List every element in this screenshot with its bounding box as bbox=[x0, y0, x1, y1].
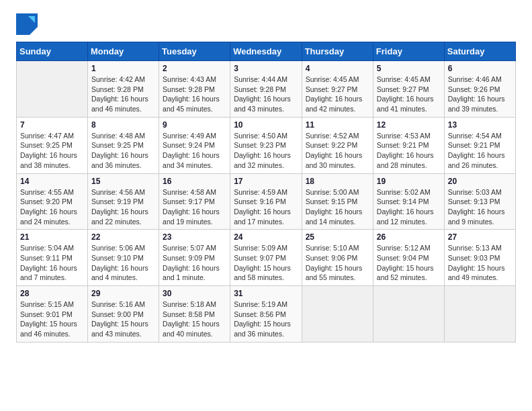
day-info: Sunrise: 4:52 AMSunset: 9:22 PMDaylight:… bbox=[306, 131, 369, 171]
calendar-cell: 17Sunrise: 4:59 AMSunset: 9:16 PMDayligh… bbox=[230, 173, 302, 230]
calendar-cell: 5Sunrise: 4:45 AMSunset: 9:27 PMDaylight… bbox=[373, 61, 444, 118]
day-number: 18 bbox=[306, 177, 369, 186]
calendar-cell: 24Sunrise: 5:09 AMSunset: 9:07 PMDayligh… bbox=[230, 230, 302, 286]
calendar-cell: 20Sunrise: 5:03 AMSunset: 9:13 PMDayligh… bbox=[444, 173, 515, 230]
calendar-cell: 16Sunrise: 4:58 AMSunset: 9:17 PMDayligh… bbox=[159, 173, 230, 230]
day-number: 12 bbox=[377, 120, 441, 130]
weekday-header-wednesday: Wednesday bbox=[230, 42, 302, 61]
day-info: Sunrise: 4:53 AMSunset: 9:21 PMDaylight:… bbox=[377, 131, 441, 171]
calendar-cell: 26Sunrise: 5:12 AMSunset: 9:04 PMDayligh… bbox=[373, 230, 444, 286]
calendar-week-4: 21Sunrise: 5:04 AMSunset: 9:11 PMDayligh… bbox=[17, 230, 516, 286]
day-number: 17 bbox=[234, 177, 298, 186]
calendar-cell: 3Sunrise: 4:44 AMSunset: 9:28 PMDaylight… bbox=[230, 61, 302, 118]
calendar-week-1: 1Sunrise: 4:42 AMSunset: 9:28 PMDaylight… bbox=[17, 61, 516, 118]
calendar-cell: 10Sunrise: 4:50 AMSunset: 9:23 PMDayligh… bbox=[230, 117, 302, 173]
day-info: Sunrise: 5:13 AMSunset: 9:03 PMDaylight:… bbox=[448, 243, 512, 283]
day-number: 9 bbox=[163, 120, 226, 130]
day-info: Sunrise: 4:59 AMSunset: 9:16 PMDaylight:… bbox=[234, 187, 298, 227]
calendar-week-5: 28Sunrise: 5:15 AMSunset: 9:01 PMDayligh… bbox=[17, 286, 516, 342]
day-info: Sunrise: 4:45 AMSunset: 9:27 PMDaylight:… bbox=[377, 75, 441, 114]
weekday-header-saturday: Saturday bbox=[444, 42, 515, 61]
calendar-table: SundayMondayTuesdayWednesdayThursdayFrid… bbox=[16, 42, 516, 342]
calendar-cell: 18Sunrise: 5:00 AMSunset: 9:15 PMDayligh… bbox=[302, 173, 373, 230]
day-number: 7 bbox=[20, 120, 84, 130]
calendar-cell: 8Sunrise: 4:48 AMSunset: 9:25 PMDaylight… bbox=[88, 117, 159, 173]
calendar-cell: 14Sunrise: 4:55 AMSunset: 9:20 PMDayligh… bbox=[17, 173, 88, 230]
day-info: Sunrise: 4:44 AMSunset: 9:28 PMDaylight:… bbox=[234, 75, 298, 114]
calendar-cell: 28Sunrise: 5:15 AMSunset: 9:01 PMDayligh… bbox=[17, 286, 88, 342]
calendar-cell: 29Sunrise: 5:16 AMSunset: 9:00 PMDayligh… bbox=[88, 286, 159, 342]
day-info: Sunrise: 4:48 AMSunset: 9:25 PMDaylight:… bbox=[91, 131, 155, 171]
day-number: 24 bbox=[234, 232, 298, 242]
calendar-cell: 9Sunrise: 4:49 AMSunset: 9:24 PMDaylight… bbox=[159, 117, 230, 173]
day-number: 26 bbox=[377, 232, 441, 242]
weekday-header-monday: Monday bbox=[88, 42, 159, 61]
day-number: 21 bbox=[20, 232, 84, 242]
day-number: 25 bbox=[306, 232, 369, 242]
calendar-cell: 4Sunrise: 4:45 AMSunset: 9:27 PMDaylight… bbox=[302, 61, 373, 118]
calendar-cell: 7Sunrise: 4:47 AMSunset: 9:25 PMDaylight… bbox=[17, 117, 88, 173]
day-number: 31 bbox=[234, 289, 298, 298]
day-number: 16 bbox=[163, 177, 226, 186]
day-info: Sunrise: 4:46 AMSunset: 9:26 PMDaylight:… bbox=[448, 75, 512, 114]
day-number: 27 bbox=[448, 232, 512, 242]
calendar-cell bbox=[444, 286, 515, 342]
day-info: Sunrise: 5:06 AMSunset: 9:10 PMDaylight:… bbox=[91, 243, 155, 283]
day-info: Sunrise: 5:15 AMSunset: 9:01 PMDaylight:… bbox=[20, 300, 84, 339]
day-number: 1 bbox=[91, 64, 155, 73]
calendar-cell: 11Sunrise: 4:52 AMSunset: 9:22 PMDayligh… bbox=[302, 117, 373, 173]
day-info: Sunrise: 4:56 AMSunset: 9:19 PMDaylight:… bbox=[91, 187, 155, 227]
day-number: 23 bbox=[163, 232, 226, 242]
calendar-cell: 2Sunrise: 4:43 AMSunset: 9:28 PMDaylight… bbox=[159, 61, 230, 118]
day-info: Sunrise: 4:55 AMSunset: 9:20 PMDaylight:… bbox=[20, 187, 84, 227]
weekday-header-friday: Friday bbox=[373, 42, 444, 61]
day-info: Sunrise: 5:09 AMSunset: 9:07 PMDaylight:… bbox=[234, 243, 298, 283]
calendar-header-row: SundayMondayTuesdayWednesdayThursdayFrid… bbox=[17, 42, 516, 61]
day-info: Sunrise: 5:16 AMSunset: 9:00 PMDaylight:… bbox=[91, 300, 155, 339]
calendar-week-3: 14Sunrise: 4:55 AMSunset: 9:20 PMDayligh… bbox=[17, 173, 516, 230]
day-number: 8 bbox=[91, 120, 155, 130]
page-header bbox=[16, 13, 516, 35]
day-info: Sunrise: 5:18 AMSunset: 8:58 PMDaylight:… bbox=[163, 300, 226, 339]
calendar-cell: 6Sunrise: 4:46 AMSunset: 9:26 PMDaylight… bbox=[444, 61, 515, 118]
calendar-cell bbox=[302, 286, 373, 342]
day-number: 20 bbox=[448, 177, 512, 186]
calendar-cell: 27Sunrise: 5:13 AMSunset: 9:03 PMDayligh… bbox=[444, 230, 515, 286]
calendar-cell: 12Sunrise: 4:53 AMSunset: 9:21 PMDayligh… bbox=[373, 117, 444, 173]
day-info: Sunrise: 4:47 AMSunset: 9:25 PMDaylight:… bbox=[20, 131, 84, 171]
day-info: Sunrise: 5:12 AMSunset: 9:04 PMDaylight:… bbox=[377, 243, 441, 283]
calendar-week-2: 7Sunrise: 4:47 AMSunset: 9:25 PMDaylight… bbox=[17, 117, 516, 173]
calendar-cell: 19Sunrise: 5:02 AMSunset: 9:14 PMDayligh… bbox=[373, 173, 444, 230]
calendar-cell bbox=[373, 286, 444, 342]
day-number: 29 bbox=[91, 289, 155, 298]
logo bbox=[16, 13, 40, 35]
day-info: Sunrise: 5:03 AMSunset: 9:13 PMDaylight:… bbox=[448, 187, 512, 227]
day-number: 11 bbox=[306, 120, 369, 130]
day-info: Sunrise: 4:42 AMSunset: 9:28 PMDaylight:… bbox=[91, 75, 155, 114]
calendar-cell: 25Sunrise: 5:10 AMSunset: 9:06 PMDayligh… bbox=[302, 230, 373, 286]
day-number: 30 bbox=[163, 289, 226, 298]
day-number: 4 bbox=[306, 64, 369, 73]
day-number: 13 bbox=[448, 120, 512, 130]
day-number: 22 bbox=[91, 232, 155, 242]
day-info: Sunrise: 5:02 AMSunset: 9:14 PMDaylight:… bbox=[377, 187, 441, 227]
day-info: Sunrise: 5:07 AMSunset: 9:09 PMDaylight:… bbox=[163, 243, 226, 283]
day-info: Sunrise: 5:19 AMSunset: 8:56 PMDaylight:… bbox=[234, 300, 298, 339]
calendar-cell: 31Sunrise: 5:19 AMSunset: 8:56 PMDayligh… bbox=[230, 286, 302, 342]
calendar-cell: 30Sunrise: 5:18 AMSunset: 8:58 PMDayligh… bbox=[159, 286, 230, 342]
day-info: Sunrise: 4:49 AMSunset: 9:24 PMDaylight:… bbox=[163, 131, 226, 171]
day-info: Sunrise: 5:00 AMSunset: 9:15 PMDaylight:… bbox=[306, 187, 369, 227]
day-number: 3 bbox=[234, 64, 298, 73]
day-number: 19 bbox=[377, 177, 441, 186]
calendar-cell: 23Sunrise: 5:07 AMSunset: 9:09 PMDayligh… bbox=[159, 230, 230, 286]
day-number: 15 bbox=[91, 177, 155, 186]
calendar-cell: 1Sunrise: 4:42 AMSunset: 9:28 PMDaylight… bbox=[88, 61, 159, 118]
weekday-header-tuesday: Tuesday bbox=[159, 42, 230, 61]
day-number: 6 bbox=[448, 64, 512, 73]
calendar-cell bbox=[17, 61, 88, 118]
day-number: 10 bbox=[234, 120, 298, 130]
day-info: Sunrise: 4:58 AMSunset: 9:17 PMDaylight:… bbox=[163, 187, 226, 227]
weekday-header-thursday: Thursday bbox=[302, 42, 373, 61]
day-info: Sunrise: 4:43 AMSunset: 9:28 PMDaylight:… bbox=[163, 75, 226, 114]
day-info: Sunrise: 5:10 AMSunset: 9:06 PMDaylight:… bbox=[306, 243, 369, 283]
